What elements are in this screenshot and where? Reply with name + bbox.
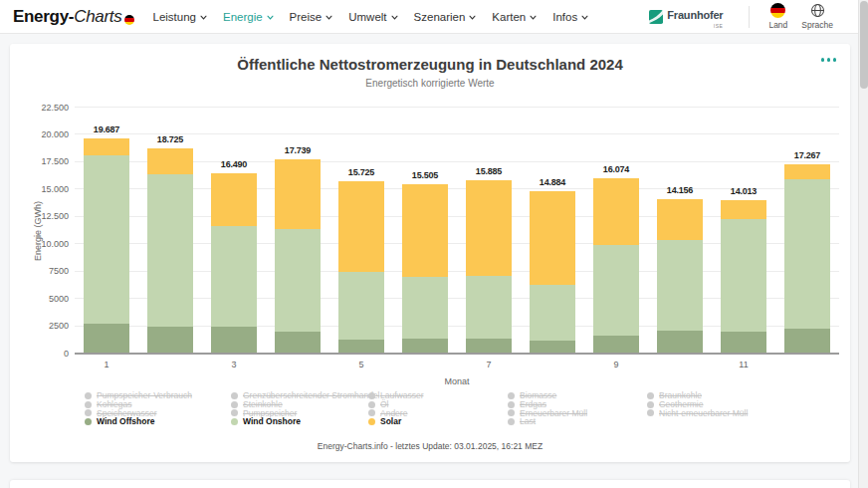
bar-segment-wind-onshore[interactable]	[211, 226, 257, 328]
fraunhofer-ise-logo[interactable]: Fraunhofer ISE	[649, 9, 737, 24]
bar-segment-solar[interactable]	[466, 180, 512, 276]
bar-segment-solar[interactable]	[275, 159, 321, 229]
bar-segment-solar[interactable]	[657, 199, 703, 240]
scrollbar-thumb[interactable]	[860, 1, 868, 89]
bar-segment-wind-offshore[interactable]	[275, 332, 321, 354]
bar-segment-solar[interactable]	[211, 173, 257, 226]
legend-dot-icon	[231, 409, 238, 416]
bar-segment-wind-offshore[interactable]	[657, 331, 703, 354]
legend-dot-icon	[368, 409, 375, 416]
chart-legend: Pumpspeicher-VerbrauchKohlegasSpeicherwa…	[85, 391, 748, 426]
bar-segment-wind-offshore[interactable]	[211, 327, 257, 354]
bar-segment-wind-onshore[interactable]	[147, 174, 193, 327]
page-scrollbar[interactable]	[858, 0, 868, 488]
bar-segment-wind-offshore[interactable]	[338, 340, 384, 354]
bar-segment-wind-offshore[interactable]	[784, 329, 830, 354]
y-tick-label: 2500	[23, 321, 69, 331]
nav-item-label: Karten	[492, 11, 526, 23]
top-navigation-bar: Energy-Charts LeistungEnergiePreiseUmwel…	[0, 0, 858, 34]
legend-column: BraunkohleGeothermieNicht-erneuerbarer M…	[647, 391, 748, 426]
bar-segment-wind-onshore[interactable]	[338, 272, 384, 340]
bar-segment-solar[interactable]	[593, 178, 639, 246]
bar-segment-wind-onshore[interactable]	[84, 155, 129, 324]
bar-total-label: 17.739	[266, 145, 329, 155]
legend-item-laufwasser[interactable]: Laufwasser	[368, 391, 508, 400]
bar-segment-solar[interactable]	[721, 200, 766, 219]
bar-segment-wind-offshore[interactable]	[402, 339, 448, 354]
legend-item-last[interactable]: Last	[508, 417, 647, 426]
bar-segment-wind-onshore[interactable]	[593, 245, 639, 336]
bar-total-label: 14.156	[648, 185, 712, 195]
header-divider	[749, 6, 750, 28]
nav-item-energie[interactable]: Energie	[223, 11, 275, 23]
legend-dot-icon	[85, 418, 92, 425]
bar-segment-wind-onshore[interactable]	[402, 277, 448, 338]
nav-item-szenarien[interactable]: Szenarien	[414, 11, 478, 23]
bar-segment-wind-offshore[interactable]	[593, 336, 639, 354]
bar-segment-wind-onshore[interactable]	[466, 276, 512, 339]
chart-footer: Energy-Charts.info - letztes Update: 03.…	[10, 441, 850, 451]
nav-item-infos[interactable]: Infos	[552, 11, 589, 23]
bar-segment-wind-offshore[interactable]	[721, 332, 766, 354]
legend-item-solar[interactable]: Solar	[368, 417, 508, 426]
legend-dot-icon	[85, 392, 92, 399]
chevron-down-icon	[529, 13, 538, 22]
y-tick-label: 7500	[23, 266, 69, 276]
nav-item-preise[interactable]: Preise	[290, 11, 334, 23]
legend-dot-icon	[231, 401, 238, 408]
bar-segment-solar[interactable]	[530, 191, 575, 285]
nav-item-karten[interactable]: Karten	[492, 11, 538, 23]
bar-segment-solar[interactable]	[84, 138, 129, 155]
bar-total-label: 14.884	[521, 177, 584, 187]
bar-total-label: 16.074	[584, 164, 648, 174]
legend-item-wind-offshore[interactable]: Wind Offshore	[85, 417, 231, 426]
legend-dot-icon	[508, 409, 515, 416]
bar-segment-wind-onshore[interactable]	[721, 219, 766, 332]
language-selector[interactable]: Sprache	[801, 3, 833, 30]
x-tick-label: 7	[457, 360, 521, 369]
legend-dot-icon	[647, 392, 654, 399]
chevron-down-icon	[390, 13, 399, 22]
fraunhofer-emblem-icon	[649, 10, 663, 24]
legend-dot-icon	[508, 392, 515, 399]
bar-segment-wind-onshore[interactable]	[530, 285, 575, 341]
bar-segment-solar[interactable]	[784, 164, 830, 179]
y-tick-label: 15.000	[23, 184, 69, 194]
x-tick-label: 11	[712, 360, 775, 369]
bar-segment-solar[interactable]	[147, 148, 193, 174]
country-selector[interactable]: Land	[768, 3, 787, 30]
legend-item-label: Last	[520, 416, 536, 426]
bar-segment-wind-offshore[interactable]	[466, 339, 512, 354]
language-label: Sprache	[801, 20, 833, 30]
bar-total-label: 14.013	[712, 186, 775, 196]
bar-total-label: 17.267	[775, 150, 839, 160]
legend-dot-icon	[647, 401, 654, 408]
legend-column: Grenzüberschreitender StromhandelSteinko…	[231, 391, 368, 426]
nav-item-umwelt[interactable]: Umwelt	[348, 11, 398, 23]
bar-segment-solar[interactable]	[338, 181, 384, 272]
chart-options-menu-icon[interactable]	[821, 58, 837, 62]
bar-segment-wind-offshore[interactable]	[84, 324, 129, 354]
energy-charts-logo[interactable]: Energy-Charts	[13, 7, 134, 27]
bar-total-label: 15.885	[457, 166, 521, 176]
bar-month-6: 15.505	[393, 108, 457, 354]
bar-month-5: 15.725	[329, 108, 393, 354]
bar-segment-wind-offshore[interactable]	[147, 327, 193, 354]
nav-item-leistung[interactable]: Leistung	[152, 11, 207, 23]
legend-item-wind-onshore[interactable]: Wind Onshore	[231, 417, 368, 426]
next-card	[10, 480, 850, 488]
globe-icon	[810, 3, 825, 18]
topbar-right: Fraunhofer ISE Land Sprache	[649, 3, 840, 30]
bar-segment-wind-onshore[interactable]	[657, 240, 703, 331]
main-nav: LeistungEnergiePreiseUmweltSzenarienKart…	[152, 11, 589, 23]
bar-total-label: 19.687	[75, 124, 138, 134]
y-tick-label: 10.000	[23, 239, 69, 249]
legend-column: BiomasseErdgasErneuerbarer MüllLast	[508, 391, 647, 426]
bar-segment-wind-onshore[interactable]	[784, 179, 830, 328]
bar-segment-solar[interactable]	[402, 184, 448, 277]
fraunhofer-ise-label: ISE	[714, 23, 724, 29]
chart-subtitle: Energetisch korrigierte Werte	[10, 78, 850, 89]
bar-segment-wind-onshore[interactable]	[275, 229, 321, 332]
legend-item-nicht-erneuerbarer-m-ll[interactable]: Nicht-erneuerbarer Müll	[647, 408, 748, 417]
legend-dot-icon	[231, 392, 238, 399]
